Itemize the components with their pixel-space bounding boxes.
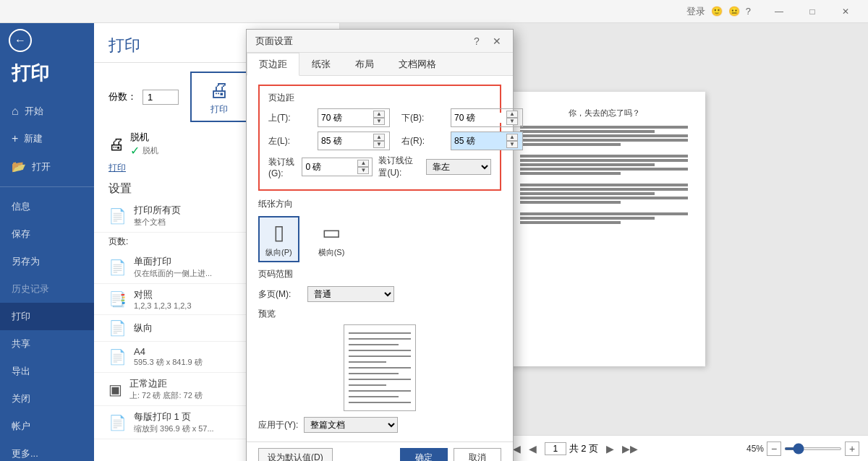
page-setup-dialog[interactable]: 页面设置 ? ✕ 页边距 纸张 布局 文档网格 页边距 bbox=[246, 29, 514, 461]
close-button[interactable]: ✕ bbox=[829, 0, 862, 23]
gutter-up[interactable]: ▲ bbox=[357, 160, 369, 167]
margin-right-up[interactable]: ▲ bbox=[506, 134, 518, 141]
login-label[interactable]: 登录 bbox=[686, 5, 705, 18]
minimize-button[interactable]: — bbox=[762, 0, 796, 23]
sidebar-item-print[interactable]: 打印 bbox=[0, 303, 94, 330]
sidebar-item-close[interactable]: 关闭 bbox=[0, 385, 94, 413]
doc-icon-4: 📄 bbox=[109, 319, 127, 337]
margin-left-input[interactable]: ▲ ▼ bbox=[318, 132, 390, 150]
last-page-button[interactable]: ▶▶ bbox=[621, 440, 639, 457]
preview-line-15 bbox=[520, 201, 621, 204]
sidebar-item-more[interactable]: 更多... bbox=[0, 440, 94, 461]
margin-left-up[interactable]: ▲ bbox=[373, 134, 385, 141]
sidebar-divider bbox=[0, 186, 94, 187]
sidebar-item-account[interactable]: 帐户 bbox=[0, 413, 94, 440]
margin-bottom-spinner: ▲ ▼ bbox=[506, 111, 518, 125]
sidebar-item-new[interactable]: + 新建 bbox=[0, 125, 94, 152]
sidebar-item-info[interactable]: 信息 bbox=[0, 193, 94, 220]
preview-gap bbox=[520, 147, 688, 153]
sidebar-item-label-open: 打开 bbox=[32, 160, 51, 173]
margin-right-input[interactable]: ▲ ▼ bbox=[451, 132, 523, 150]
margin-top-down[interactable]: ▼ bbox=[373, 118, 385, 125]
sidebar-item-label-share: 共享 bbox=[12, 337, 30, 350]
printer-icon-large: 🖨 bbox=[109, 135, 124, 154]
margin-bottom-field[interactable] bbox=[454, 113, 505, 123]
printer-info: 脱机 ✓ 脱机 bbox=[130, 131, 158, 158]
ok-button[interactable]: 确定 bbox=[400, 448, 448, 461]
margin-right-row: 右(R): ▲ ▼ bbox=[401, 132, 523, 150]
printer-name: 脱机 bbox=[130, 131, 158, 144]
tab-margins[interactable]: 页边距 bbox=[247, 53, 299, 76]
margin-right-down[interactable]: ▼ bbox=[506, 141, 518, 148]
sidebar-item-label-export: 导出 bbox=[12, 365, 30, 378]
sidebar-item-label-new: 新建 bbox=[24, 132, 43, 145]
page-number-input[interactable] bbox=[545, 442, 566, 455]
dialog-help-icon[interactable]: ? bbox=[469, 34, 484, 48]
gutter-pos-label: 装订线位置(U): bbox=[378, 155, 420, 179]
sidebar-item-start[interactable]: ⌂ 开始 bbox=[0, 98, 94, 125]
preview-title: 你，失去的忘了吗？ bbox=[520, 106, 688, 120]
gutter-field[interactable] bbox=[305, 162, 356, 172]
apply-select[interactable]: 整篇文档 本节 插入点之后 bbox=[304, 417, 398, 433]
zoom-out-button[interactable]: − bbox=[767, 441, 781, 456]
dlg-line-11 bbox=[349, 390, 411, 392]
margins-section-label: 页边距 bbox=[268, 92, 491, 104]
tab-docgrid[interactable]: 文档网格 bbox=[386, 53, 448, 76]
margin-bottom-label: 下(B): bbox=[401, 112, 445, 124]
gutter-input[interactable]: ▲ ▼ bbox=[302, 158, 373, 176]
cancel-button[interactable]: 取消 bbox=[454, 448, 501, 461]
doc-icon-1: 📄 bbox=[109, 207, 127, 225]
total-pages-label: 共 2 页 bbox=[569, 442, 598, 455]
zoom-in-button[interactable]: + bbox=[845, 441, 859, 456]
sidebar-item-open[interactable]: 📂 打开 bbox=[0, 152, 94, 181]
setting-main-2: 单面打印 bbox=[134, 255, 212, 268]
margin-top-up[interactable]: ▲ bbox=[373, 111, 385, 118]
multi-page-select[interactable]: 普通 对称页边距 拼页 书籍折叠 bbox=[307, 286, 394, 302]
sidebar-item-share[interactable]: 共享 bbox=[0, 330, 94, 358]
margin-right-field[interactable] bbox=[454, 136, 505, 146]
sidebar-back-button[interactable]: ← bbox=[6, 29, 35, 52]
print-button[interactable]: 🖨 打印 bbox=[190, 72, 248, 122]
gutter-pos-select[interactable]: 靠左 靠上 靠右 bbox=[426, 159, 491, 175]
set-default-button[interactable]: 设为默认值(D) bbox=[258, 448, 333, 461]
dlg-line-5 bbox=[349, 356, 411, 357]
setting-text-3: 对照 1,2,3 1,2,3 1,2,3 bbox=[134, 288, 192, 310]
landscape-button[interactable]: ▭ 横向(S) bbox=[311, 216, 352, 262]
setting-main-7: 每版打印 1 页 bbox=[134, 410, 214, 423]
margin-bottom-input[interactable]: ▲ ▼ bbox=[451, 108, 523, 127]
maximize-button[interactable]: □ bbox=[796, 0, 829, 23]
margin-left-field[interactable] bbox=[321, 136, 372, 146]
smiley2-icon: 😐 bbox=[728, 6, 740, 17]
portrait-button[interactable]: ▯ 纵向(P) bbox=[258, 216, 299, 262]
tab-paper-label: 纸张 bbox=[312, 59, 331, 69]
preview-title-text: 你，失去的忘了吗？ bbox=[520, 106, 688, 120]
dialog-footer: 设为默认值(D) 确定 取消 bbox=[247, 441, 513, 461]
zoom-controls: 45% − + bbox=[746, 441, 859, 456]
margin-left-down[interactable]: ▼ bbox=[373, 141, 385, 148]
preview-lines bbox=[520, 126, 688, 224]
gutter-down[interactable]: ▼ bbox=[357, 167, 369, 174]
zoom-slider[interactable] bbox=[784, 447, 842, 450]
margin-top-input[interactable]: ▲ ▼ bbox=[318, 108, 390, 127]
margin-bottom-down[interactable]: ▼ bbox=[506, 118, 518, 125]
printer-status-text: 脱机 bbox=[142, 145, 158, 156]
copies-label: 份数： bbox=[109, 90, 137, 103]
sidebar-item-history[interactable]: 历史记录 bbox=[0, 275, 94, 303]
sidebar-item-export[interactable]: 导出 bbox=[0, 358, 94, 385]
tab-layout[interactable]: 布局 bbox=[343, 53, 386, 76]
tab-paper[interactable]: 纸张 bbox=[299, 53, 343, 76]
sidebar-item-save[interactable]: 保存 bbox=[0, 220, 94, 248]
margin-top-field[interactable] bbox=[321, 113, 372, 123]
orientation-options: ▯ 纵向(P) ▭ 横向(S) bbox=[258, 216, 501, 262]
help-icon[interactable]: ? bbox=[746, 6, 751, 17]
margin-left-spinner: ▲ ▼ bbox=[373, 134, 385, 148]
setting-main-1: 打印所有页 bbox=[134, 204, 181, 217]
copies-input[interactable] bbox=[142, 90, 179, 105]
margin-bottom-up[interactable]: ▲ bbox=[506, 111, 518, 118]
next-page-button[interactable]: ▶ bbox=[601, 440, 618, 457]
dialog-close-icon[interactable]: ✕ bbox=[490, 34, 504, 48]
margins-section-box: 页边距 上(T): ▲ ▼ 下(B): bbox=[258, 85, 501, 191]
sidebar-item-saveas[interactable]: 另存为 bbox=[0, 248, 94, 275]
prev-page-button[interactable]: ◀ bbox=[524, 440, 542, 457]
setting-sub-1: 整个文档 bbox=[134, 217, 181, 228]
